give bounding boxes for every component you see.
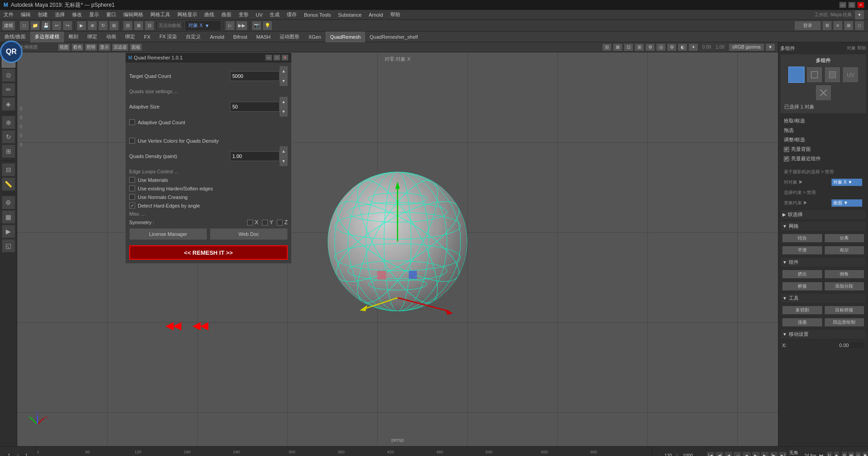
- pb-prev-key[interactable]: ◀|: [715, 451, 723, 456]
- current-frame-input[interactable]: [2, 453, 16, 456]
- tool-rotate[interactable]: ↻: [2, 130, 15, 144]
- tool-sculpt[interactable]: ◈: [2, 97, 15, 111]
- highlight-back-checkbox[interactable]: [784, 147, 789, 152]
- use-normals-checkbox[interactable]: [129, 194, 135, 200]
- vp-icon2[interactable]: ⊠: [613, 43, 623, 51]
- spinner-up[interactable]: ▲: [280, 66, 288, 76]
- tb-select[interactable]: ▶: [77, 21, 86, 31]
- nav-animation[interactable]: 动画: [102, 32, 121, 42]
- tool-scale[interactable]: ⊞: [2, 144, 15, 158]
- extra-btn2[interactable]: ▦: [848, 451, 854, 456]
- tb-rotate[interactable]: ↻: [98, 21, 108, 31]
- menu-bonus[interactable]: Bonus Tools: [300, 10, 335, 20]
- range-frame-input[interactable]: [20, 453, 33, 456]
- menu-help[interactable]: 帮助: [387, 10, 404, 20]
- tb-save[interactable]: 💾: [41, 21, 51, 31]
- pick-mask-row[interactable]: 抢取/框选: [782, 117, 864, 125]
- loop-btn[interactable]: ↻: [827, 451, 832, 456]
- connect-btn[interactable]: 连接: [782, 318, 823, 327]
- target-quad-input[interactable]: [230, 71, 280, 81]
- tool-settings[interactable]: ⚙: [2, 196, 15, 209]
- smooth-btn[interactable]: 平滑: [782, 246, 823, 255]
- rp-icon-vertex[interactable]: [788, 67, 805, 83]
- vp-icon6[interactable]: ◎: [656, 43, 666, 51]
- nav-mash[interactable]: MASH: [252, 32, 275, 42]
- tb-snap2[interactable]: ⊠: [134, 21, 144, 31]
- extrude-btn[interactable]: 挤出: [782, 270, 823, 279]
- dialog-title-bar[interactable]: M Quad Remesher 1.0.1 ─ □ ✕: [126, 53, 291, 63]
- menu-uv[interactable]: UV: [252, 10, 266, 20]
- add-division-btn[interactable]: 添加分段: [824, 282, 865, 291]
- vertex-colors-row[interactable]: Use Vertex Colors for Quads Density: [129, 138, 288, 144]
- nav-custom[interactable]: 自定义: [181, 32, 205, 42]
- tb-icon3[interactable]: ⊞: [844, 21, 854, 31]
- pb-next-key[interactable]: |▶: [770, 451, 778, 456]
- menu-surfaces[interactable]: 曲面: [218, 10, 235, 20]
- use-existing-row[interactable]: Use existing Harden/Soften edges: [129, 185, 288, 191]
- use-normals-row[interactable]: Use Normals Creasing: [129, 194, 288, 200]
- nav-xgen[interactable]: XGen: [304, 32, 326, 42]
- tb-redo[interactable]: ↪: [63, 21, 72, 31]
- dialog-maximize[interactable]: □: [273, 54, 280, 61]
- target-dropdown[interactable]: 对象 X ▼: [831, 178, 863, 186]
- highlight-nearest-checkbox[interactable]: [784, 156, 789, 162]
- total-end-input[interactable]: [679, 453, 697, 456]
- adjust-row[interactable]: 调整/框选: [782, 135, 864, 144]
- remesh-it-button[interactable]: << REMESH IT >>: [129, 245, 288, 260]
- tb-open[interactable]: 📁: [30, 21, 40, 31]
- vertex-colors-checkbox[interactable]: [129, 138, 135, 144]
- vp-icon9[interactable]: ✦: [688, 43, 698, 51]
- target-quad-spinner[interactable]: ▲ ▼: [230, 66, 288, 86]
- workspace-dropdown[interactable]: ▼: [854, 10, 864, 20]
- qr-button[interactable]: QR: [0, 41, 23, 63]
- group-section[interactable]: ▼ 组件: [780, 257, 866, 267]
- tool-render[interactable]: ▶: [2, 225, 15, 238]
- menu-edit-mesh[interactable]: 编辑网格: [120, 10, 147, 20]
- adaptive-size-spinner[interactable]: ▲ ▼: [230, 97, 288, 117]
- gamma-display[interactable]: sRGB gamma: [728, 43, 764, 51]
- menu-window[interactable]: 窗口: [103, 10, 120, 20]
- tb-new[interactable]: □: [19, 21, 29, 31]
- menu-substance[interactable]: Substance: [335, 10, 365, 20]
- combine-btn[interactable]: 结合: [782, 234, 823, 243]
- menu-mesh-display[interactable]: 网格显示: [174, 10, 201, 20]
- tool-uv[interactable]: ◱: [2, 239, 15, 253]
- nav-polygon-modeling[interactable]: 多边形建模: [30, 32, 64, 42]
- axis-dropdown[interactable]: 对象 X ▼: [185, 21, 221, 31]
- vp-icon1[interactable]: ⊟: [602, 43, 612, 51]
- nav-arnold[interactable]: Arnold: [205, 32, 229, 42]
- menu-deform[interactable]: 变形: [235, 10, 252, 20]
- rp-icon-close[interactable]: [815, 85, 832, 101]
- move-settings-section[interactable]: ▼ 移动设置: [780, 329, 866, 339]
- vp-icon3[interactable]: ⊡: [624, 43, 633, 51]
- pb-prev[interactable]: ◀: [724, 451, 732, 456]
- highlight-back-row[interactable]: 亮显背面: [782, 145, 864, 154]
- menu-select[interactable]: 选择: [51, 10, 68, 20]
- tb-render1[interactable]: ▷: [225, 21, 235, 31]
- pb-play-back[interactable]: ◁: [733, 451, 741, 456]
- extra-btn3[interactable]: ⊙: [855, 451, 861, 456]
- separate-btn[interactable]: 分离: [824, 234, 865, 243]
- x-input[interactable]: [837, 342, 864, 349]
- target-weld-btn[interactable]: 目标焊接: [824, 306, 865, 315]
- tb-scale[interactable]: ⊞: [109, 21, 119, 31]
- tool-move[interactable]: ⊕: [2, 116, 15, 129]
- pb-next[interactable]: ▶: [761, 451, 769, 456]
- menu-display[interactable]: 显示: [86, 10, 103, 20]
- soft-select-section[interactable]: ▶ 软选择: [780, 209, 866, 220]
- adaptive-spinner-up[interactable]: ▲: [280, 97, 288, 107]
- rp-icon-uv[interactable]: UV: [842, 67, 859, 83]
- rp-icon-edge[interactable]: [806, 67, 823, 83]
- nav-quad-remesher-shelf[interactable]: QuadRemesher_shelf: [365, 32, 422, 42]
- minimize-button[interactable]: ─: [839, 2, 846, 8]
- pb-skip-fwd[interactable]: ▶|: [779, 451, 787, 456]
- toolbar-build[interactable]: 建模: [2, 21, 15, 31]
- tools-section[interactable]: ▼ 工具: [780, 293, 866, 303]
- web-doc-btn[interactable]: Web Doc: [210, 228, 288, 240]
- pb-skip-back[interactable]: |◀: [706, 451, 714, 456]
- pb-play[interactable]: ▶: [752, 451, 760, 456]
- rp-icon-face[interactable]: [824, 67, 841, 83]
- menu-cache[interactable]: 缓存: [283, 10, 300, 20]
- viewport[interactable]: 对零:对象 X 0 0 0 0 0: [17, 52, 778, 446]
- detect-hard-checkbox[interactable]: [129, 203, 135, 208]
